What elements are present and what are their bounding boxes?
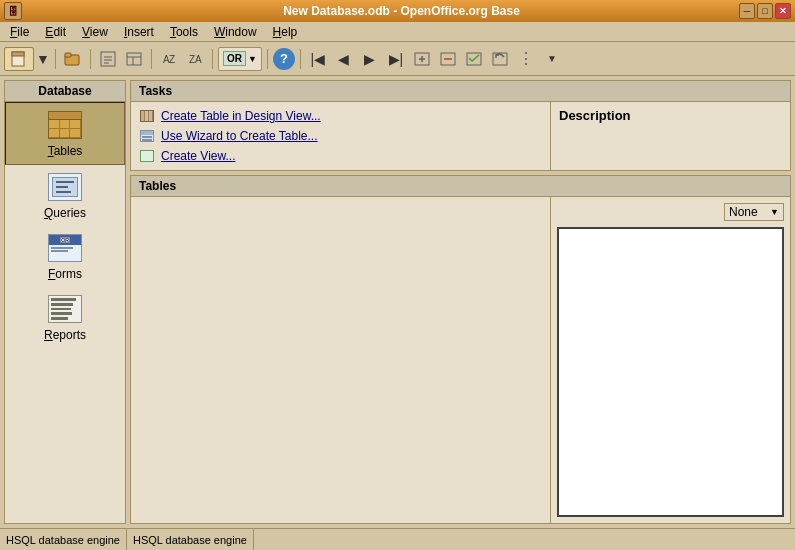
statusbar-cell-3 xyxy=(254,529,795,550)
toolbar-icon-4[interactable]: Z A xyxy=(183,47,207,71)
menu-edit[interactable]: Edit xyxy=(39,24,72,40)
statusbar-text-1: HSQL database engine xyxy=(6,534,120,546)
statusbar: HSQL database engine HSQL database engin… xyxy=(0,528,795,550)
sidebar-item-queries[interactable]: Queries xyxy=(5,165,125,226)
tables-dropdown-value: None xyxy=(729,205,758,219)
menu-window[interactable]: Window xyxy=(208,24,263,40)
task-create-table-design-label: Create Table in Design View... xyxy=(161,109,321,123)
nav-first[interactable]: |◀ xyxy=(306,47,330,71)
tables-right-panel: None ▼ xyxy=(550,197,790,523)
app-icon: 🗄 xyxy=(4,2,22,20)
statusbar-text-2: HSQL database engine xyxy=(133,534,247,546)
menu-file[interactable]: File xyxy=(4,24,35,40)
toolbar-icon-3[interactable]: A Z xyxy=(157,47,181,71)
statusbar-cell-1: HSQL database engine xyxy=(0,529,127,550)
sidebar-item-forms[interactable]: OR Forms xyxy=(5,226,125,287)
description-title: Description xyxy=(559,108,782,123)
nav-last[interactable]: ▶| xyxy=(384,47,408,71)
forms-icon: OR xyxy=(47,232,83,264)
tasks-panel: Tasks Create Table in Design View... xyxy=(130,80,791,171)
toolbar-icon-2[interactable] xyxy=(122,47,146,71)
window-title: New Database.odb - OpenOffice.org Base xyxy=(64,4,739,18)
nav-save[interactable] xyxy=(462,47,486,71)
content-area: Tasks Create Table in Design View... xyxy=(130,80,791,524)
toolbar-sep-3 xyxy=(151,49,152,69)
database-panel: Database Tables xyxy=(4,80,126,524)
tasks-content: Create Table in Design View... Use Wizar… xyxy=(131,102,790,170)
svg-rect-4 xyxy=(101,52,115,66)
task-icon-view xyxy=(139,148,155,164)
toolbar-sep-4 xyxy=(212,49,213,69)
help-button[interactable]: ? xyxy=(273,48,295,70)
tables-panel: Tables None ▼ xyxy=(130,175,791,524)
menu-tools[interactable]: Tools xyxy=(164,24,204,40)
svg-rect-8 xyxy=(127,53,141,65)
reports-label: Reports xyxy=(44,328,86,342)
close-button[interactable]: ✕ xyxy=(775,3,791,19)
database-panel-header: Database xyxy=(5,81,125,102)
tables-label: Tables xyxy=(48,144,83,158)
new-dropdown-arrow[interactable]: ▼ xyxy=(36,47,50,71)
task-icon-design xyxy=(139,108,155,124)
tables-icon xyxy=(47,109,83,141)
sidebar-item-reports[interactable]: Reports xyxy=(5,287,125,348)
toolbar-sep-1 xyxy=(55,49,56,69)
tables-list-area xyxy=(131,197,550,523)
description-panel: Description xyxy=(550,102,790,170)
task-create-view-label: Create View... xyxy=(161,149,235,163)
svg-text:A: A xyxy=(195,54,202,65)
dropdown-arrow-icon: ▼ xyxy=(770,207,779,217)
toolbar-icon-1[interactable] xyxy=(96,47,120,71)
tables-preview-box xyxy=(557,227,784,517)
titlebar: 🗄 New Database.odb - OpenOffice.org Base… xyxy=(0,0,795,22)
tables-content: None ▼ xyxy=(131,197,790,523)
task-icon-wizard xyxy=(139,128,155,144)
nav-more[interactable]: ⋮ xyxy=(514,47,538,71)
nav-next[interactable]: ▶ xyxy=(358,47,382,71)
sidebar-item-tables[interactable]: Tables xyxy=(5,102,125,165)
tables-panel-header: Tables xyxy=(131,176,790,197)
toolbar-sep-6 xyxy=(300,49,301,69)
nav-add[interactable] xyxy=(410,47,434,71)
toolbar-sep-5 xyxy=(267,49,268,69)
open-button[interactable] xyxy=(61,47,85,71)
svg-rect-3 xyxy=(65,53,71,57)
nav-restore[interactable] xyxy=(488,47,512,71)
main-area: Database Tables xyxy=(0,76,795,528)
forms-label: Forms xyxy=(48,267,82,281)
tasks-panel-header: Tasks xyxy=(131,81,790,102)
new-button[interactable] xyxy=(4,47,34,71)
queries-label: Queries xyxy=(44,206,86,220)
menu-help[interactable]: Help xyxy=(267,24,304,40)
svg-rect-1 xyxy=(12,52,24,56)
task-wizard-create-table[interactable]: Use Wizard to Create Table... xyxy=(139,128,542,144)
menu-view[interactable]: View xyxy=(76,24,114,40)
menubar: File Edit View Insert Tools Window Help xyxy=(0,22,795,42)
nav-prev[interactable]: ◀ xyxy=(332,47,356,71)
window-controls: ─ □ ✕ xyxy=(739,3,791,19)
task-create-view[interactable]: Create View... xyxy=(139,148,542,164)
minimize-button[interactable]: ─ xyxy=(739,3,755,19)
or-button[interactable]: OR ▼ xyxy=(218,47,262,71)
menu-insert[interactable]: Insert xyxy=(118,24,160,40)
queries-icon xyxy=(47,171,83,203)
nav-delete[interactable] xyxy=(436,47,460,71)
tasks-list: Create Table in Design View... Use Wizar… xyxy=(131,102,550,170)
task-create-table-design[interactable]: Create Table in Design View... xyxy=(139,108,542,124)
task-wizard-create-table-label: Use Wizard to Create Table... xyxy=(161,129,318,143)
svg-text:Z: Z xyxy=(169,54,175,65)
tables-filter-area: None ▼ xyxy=(557,203,784,221)
statusbar-cell-2: HSQL database engine xyxy=(127,529,254,550)
reports-icon xyxy=(47,293,83,325)
toolbar: ▼ A Z Z A xyxy=(0,42,795,76)
toolbar-sep-2 xyxy=(90,49,91,69)
maximize-button[interactable]: □ xyxy=(757,3,773,19)
toolbar-expand[interactable]: ▼ xyxy=(540,47,564,71)
tables-dropdown[interactable]: None ▼ xyxy=(724,203,784,221)
